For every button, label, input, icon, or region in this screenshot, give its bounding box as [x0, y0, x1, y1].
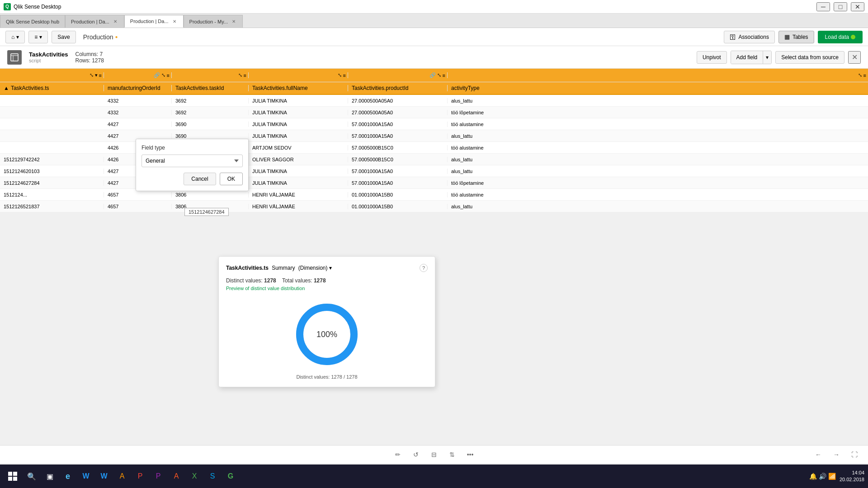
tab-prod1-label: Production | Da... [71, 19, 109, 24]
table-row[interactable]: 1512124... 4657 3806 HENRI VÄLJAMÄE 01.0… [0, 189, 868, 201]
table-row[interactable]: 4427 3690 JULIA TIMKINA 57.0001000A15A0 … [0, 118, 868, 130]
tab-bar: Qlik Sense Desktop hub Production | Da..… [0, 14, 868, 28]
col-productid-menu-icon[interactable]: ≡ [443, 73, 445, 78]
maximize-button[interactable]: □ [834, 2, 847, 11]
taskbar-word2[interactable]: W [96, 468, 112, 484]
col-taskid-header-icons: ⤡ ≡ [172, 72, 249, 78]
table-row[interactable]: 4427 3690 JULIA TIMKINA 57.0001000A15A0 … [0, 130, 868, 142]
cell-fullname: OLIVER SAGGOR [249, 157, 348, 162]
col-taskid-menu-icon[interactable]: ≡ [244, 73, 246, 78]
col-taskid-expand-icon[interactable]: ⤡ [238, 72, 242, 78]
col-productid-expand-icon[interactable]: ⤡ [437, 72, 441, 78]
table-name: TaskActivities [29, 51, 68, 58]
tab-prod2[interactable]: Production | Da... ✕ [124, 15, 184, 28]
table-row[interactable]: 1512126521837 4657 3806 HENRI VÄLJAMÄE 0… [0, 201, 868, 212]
table-row[interactable]: 1512124620103 4427 3690 JULIA TIMKINA 57… [0, 165, 868, 177]
table-row[interactable]: 4426 3446 ARTJOM SEDOV 57.0005000B15C0 t… [0, 142, 868, 154]
tab-prod1-close[interactable]: ✕ [112, 19, 118, 25]
taskbar-app4[interactable]: G [222, 468, 239, 484]
col-productid-name: TaskActivities.productId [348, 85, 448, 91]
taskbar-right: 🔔 🔊 📶 14:04 20.02.2018 [809, 469, 864, 483]
table-row[interactable]: 4332 3692 JULIA TIMKINA 27.0000500A05A0 … [0, 95, 868, 107]
col-ts-menu-icon[interactable]: ≡ [99, 73, 102, 78]
help-button[interactable]: ? [420, 264, 428, 272]
taskbar-skype[interactable]: S [204, 468, 221, 484]
fullscreen-button[interactable]: ⛶ [848, 448, 861, 461]
tab-prod3-label: Production - My... [189, 19, 228, 24]
start-button[interactable] [4, 467, 22, 485]
add-field-button[interactable]: Add field [731, 51, 764, 64]
data-rows-container[interactable]: 4332 3692 JULIA TIMKINA 27.0000500A05A0 … [0, 95, 868, 212]
close-button[interactable]: ✕ [851, 2, 864, 11]
cell-acttype: alus_lattu [448, 204, 868, 209]
table-row[interactable]: 4332 3692 JULIA TIMKINA 27.0000500A05A0 … [0, 107, 868, 118]
taskbar-search[interactable]: 🔍 [24, 468, 40, 484]
cell-mfg: 4332 [104, 98, 172, 103]
col-ts-sort-icon[interactable]: ▾ [95, 72, 98, 78]
tab-prod2-close[interactable]: ✕ [171, 18, 178, 24]
taskbar-app2[interactable]: P [150, 468, 166, 484]
table-row[interactable]: 1512124627284 4427 3690 JULIA TIMKINA 57… [0, 177, 868, 189]
add-field-dropdown[interactable]: ▾ [763, 51, 771, 64]
minimize-button[interactable]: ─ [816, 2, 830, 11]
cell-acttype: töö alustamine [448, 122, 868, 127]
tab-prod1[interactable]: Production | Da... ✕ [65, 15, 124, 28]
home-dropdown-icon: ▾ [16, 34, 19, 40]
associations-button[interactable]: ⚿ Associations [724, 31, 775, 43]
load-data-button[interactable]: Load data [818, 31, 863, 43]
cell-ts: 1512124627284 [0, 180, 104, 186]
forward-button[interactable]: → [830, 448, 843, 461]
window-title: Qlik Sense Desktop [14, 4, 61, 10]
dim-type-dropdown[interactable]: ▾ [329, 265, 332, 271]
taskbar-taskview[interactable]: ▣ [42, 468, 58, 484]
taskbar-powerpoint[interactable]: P [132, 468, 148, 484]
cell-ts: 1512124... [0, 192, 104, 197]
save-button[interactable]: Save [52, 31, 75, 43]
edit-button[interactable]: ✏ [392, 448, 404, 461]
tab-prod3[interactable]: Production - My... ✕ [184, 15, 243, 28]
content-header: TaskActivities script Columns: 7 Rows: 1… [0, 46, 868, 69]
tab-hub[interactable]: Qlik Sense Desktop hub [0, 15, 65, 28]
cancel-button[interactable]: Cancel [184, 173, 216, 185]
taskbar-adobe[interactable]: A [168, 468, 184, 484]
col-fullname-menu-icon[interactable]: ≡ [343, 73, 346, 78]
table-toolbar-right: Unpivot Add field ▾ Select data from sou… [697, 51, 861, 64]
back-button[interactable]: ← [812, 448, 825, 461]
donut-label: Distinct values: 1278 / 1278 [296, 374, 357, 380]
home-button[interactable]: ⌂ ▾ [5, 31, 25, 43]
select-data-button[interactable]: Select data from source [775, 51, 844, 64]
cell-tooltip: 1512124627284 [184, 208, 229, 216]
taskbar-app1[interactable]: A [114, 468, 130, 484]
taskbar-app3[interactable]: X [186, 468, 203, 484]
col-fullname-expand-icon[interactable]: ⤡ [338, 72, 342, 78]
summary-title: TaskActivities.ts Summary (Dimension) ▾ [226, 265, 332, 271]
tab-prod3-close[interactable]: ✕ [231, 19, 237, 25]
unpivot-button[interactable]: Unpivot [697, 51, 727, 64]
svg-rect-6 [8, 472, 12, 476]
home-icon: ⌂ [11, 34, 14, 40]
refresh-button[interactable]: ↺ [410, 448, 422, 461]
cell-fullname: HENRI VÄLJAMÄE [249, 204, 348, 209]
table-row[interactable]: 1512129742242 4426 3446 OLIVER SAGGOR 57… [0, 154, 868, 165]
taskbar-edge[interactable]: e [60, 468, 76, 484]
cell-fullname: JULIA TIMKINA [249, 169, 348, 174]
delete-button[interactable]: ⊟ [428, 448, 440, 461]
field-type-select[interactable]: General Date Timestamp Number [142, 155, 243, 167]
tables-button[interactable]: ▦ Tables [778, 31, 814, 43]
col-acttype-header-icons: ⤡ ≡ [448, 72, 868, 78]
taskbar-word[interactable]: W [78, 468, 94, 484]
ok-button[interactable]: OK [220, 173, 243, 185]
col-mfg-expand-icon[interactable]: ⤡ [161, 72, 165, 78]
cell-acttype: töö alustamine [448, 192, 868, 197]
cell-mfg: 4332 [104, 110, 172, 115]
col-acttype-menu-icon[interactable]: ≡ [863, 73, 866, 78]
col-mfg-menu-icon[interactable]: ≡ [167, 73, 170, 78]
filter-button[interactable]: ⇅ [446, 448, 458, 461]
taskbar-icons-tray: 🔔 🔊 📶 [809, 473, 836, 480]
more-button[interactable]: ••• [464, 448, 476, 461]
nav-buttons: ← → ⛶ [812, 448, 861, 461]
close-panel-button[interactable]: ✕ [848, 51, 861, 64]
col-expand-icon[interactable]: ⤡ [90, 72, 94, 78]
menu-button[interactable]: ≡ ▾ [28, 31, 48, 43]
col-acttype-expand-icon[interactable]: ⤡ [858, 72, 862, 78]
